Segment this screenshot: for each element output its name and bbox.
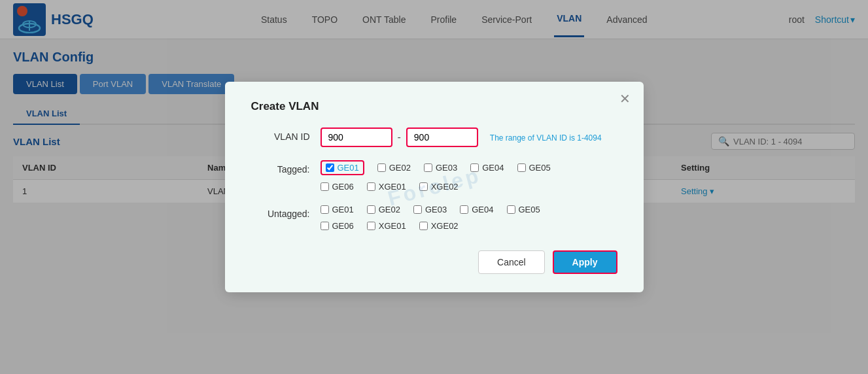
tagged-xge02-checkbox[interactable] <box>419 182 428 191</box>
tagged-ge01-item: GE01 <box>321 160 364 175</box>
tagged-xge01-item: XGE01 <box>367 182 406 192</box>
tagged-ge06-checkbox[interactable] <box>321 182 329 191</box>
tagged-ge04-item: GE04 <box>470 160 504 175</box>
tagged-xge01-label: XGE01 <box>379 182 406 192</box>
tagged-xge02-label: XGE02 <box>431 182 459 192</box>
untagged-grid-row1: GE01 GE02 GE03 GE04 <box>321 205 540 214</box>
untagged-ge04-label: GE04 <box>472 205 493 214</box>
untagged-ge01-item: GE01 <box>321 205 354 214</box>
untagged-ge01-checkbox[interactable] <box>321 205 329 214</box>
untagged-ge03-checkbox[interactable] <box>413 205 422 214</box>
untagged-ge05-item: GE05 <box>507 205 540 214</box>
untagged-label: Untagged: <box>251 205 310 214</box>
tagged-ge03-label: GE03 <box>436 163 457 173</box>
vlan-id-hint: The range of VLAN ID is 1-4094 <box>490 132 602 143</box>
tagged-xge01-checkbox[interactable] <box>367 182 375 191</box>
tagged-ge06-label: GE06 <box>332 182 354 192</box>
create-vlan-modal: Forolep Create VLAN ✕ VLAN ID - The rang… <box>225 82 644 214</box>
tagged-ge03-checkbox[interactable] <box>424 163 432 172</box>
tagged-ge02-item: GE02 <box>377 160 411 175</box>
vlan-id-row: VLAN ID - The range of VLAN ID is 1-4094 <box>251 128 617 147</box>
tagged-grid-row1: GE01 GE02 GE03 GE04 <box>321 160 551 175</box>
tagged-ge01-checkbox[interactable] <box>326 163 334 172</box>
untagged-ge03-item: GE03 <box>413 205 447 214</box>
tagged-label: Tagged: <box>251 160 310 175</box>
untagged-row: Untagged: GE01 GE02 GE03 <box>251 205 617 214</box>
tagged-ge02-checkbox[interactable] <box>377 163 386 172</box>
modal-title: Create VLAN <box>251 100 617 113</box>
untagged-ge01-label: GE01 <box>332 205 354 214</box>
untagged-ge02-checkbox[interactable] <box>367 205 375 214</box>
tagged-ge05-label: GE05 <box>529 163 551 173</box>
untagged-ports: GE01 GE02 GE03 GE04 <box>321 205 540 214</box>
tagged-row: Tagged: GE01 GE02 <box>251 160 617 192</box>
vlan-id-label: VLAN ID <box>251 128 310 142</box>
tagged-ge05-item: GE05 <box>517 160 551 175</box>
untagged-ge02-item: GE02 <box>367 205 400 214</box>
tagged-xge02-item: XGE02 <box>419 182 459 192</box>
untagged-ge03-label: GE03 <box>425 205 447 214</box>
vlan-id-to-input[interactable] <box>406 128 478 147</box>
tagged-ports: GE01 GE02 GE03 GE04 <box>321 160 551 192</box>
untagged-ge04-item: GE04 <box>460 205 493 214</box>
tagged-ge01-label: GE01 <box>338 163 359 173</box>
vlan-id-separator: - <box>398 131 401 143</box>
untagged-ge02-label: GE02 <box>379 205 400 214</box>
tagged-ge03-item: GE03 <box>424 160 457 175</box>
vlan-id-from-input[interactable] <box>321 128 392 147</box>
tagged-ge04-label: GE04 <box>482 163 504 173</box>
tagged-ge05-checkbox[interactable] <box>517 163 526 172</box>
ge01-tagged-wrap: GE01 <box>321 160 364 175</box>
untagged-ge05-checkbox[interactable] <box>507 205 515 214</box>
untagged-ge04-checkbox[interactable] <box>460 205 468 214</box>
tagged-grid-row2: GE06 XGE01 XGE02 <box>321 182 551 192</box>
modal-overlay: Forolep Create VLAN ✕ VLAN ID - The rang… <box>0 0 868 214</box>
tagged-ge06-item: GE06 <box>321 182 354 192</box>
untagged-ge05-label: GE05 <box>519 205 540 214</box>
vlan-id-inputs: - The range of VLAN ID is 1-4094 <box>321 128 602 147</box>
tagged-ge04-checkbox[interactable] <box>470 163 479 172</box>
close-button[interactable]: ✕ <box>619 92 631 105</box>
tagged-ge02-label: GE02 <box>389 163 411 173</box>
